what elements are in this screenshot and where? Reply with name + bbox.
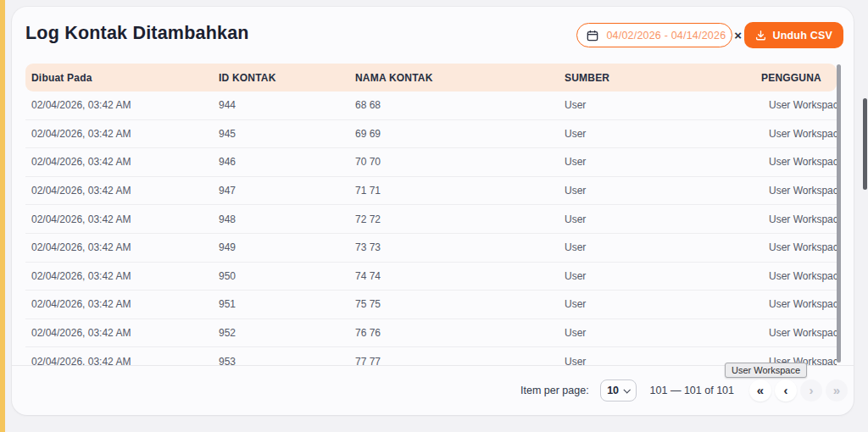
cell-created: 02/04/2026, 03:42 AM (25, 356, 213, 365)
cell-id: 949 (213, 241, 349, 253)
log-card: Log Kontak Ditambahkan 04/02/2026 - 04/1… (12, 7, 854, 415)
cell-user: User Workspace (755, 185, 837, 197)
col-header-id: ID KONTAK (213, 72, 349, 84)
first-page-button[interactable]: « (749, 379, 771, 402)
col-header-source: SUMBER (559, 72, 755, 84)
table-row: 02/04/2026, 03:42 AM 952 76 76 User User… (25, 319, 837, 348)
cell-id: 945 (213, 128, 349, 140)
table-row: 02/04/2026, 03:42 AM 950 74 74 User User… (25, 263, 837, 291)
download-csv-label: Unduh CSV (772, 30, 832, 42)
cell-source: User (559, 185, 755, 197)
page-title: Log Kontak Ditambahkan (25, 20, 249, 46)
cell-created: 02/04/2026, 03:42 AM (25, 185, 213, 197)
cell-user: User Workspace (755, 213, 837, 225)
pagination-range: 101 — 101 of 101 (650, 385, 734, 396)
calendar-icon (587, 30, 598, 42)
contacts-table: Dibuat Pada ID KONTAK NAMA KONTAK SUMBER… (25, 64, 837, 365)
cell-name: 72 72 (349, 213, 559, 225)
table-row: 02/04/2026, 03:42 AM 948 72 72 User User… (25, 205, 837, 234)
last-page-icon: » (833, 384, 840, 396)
page-scrollbar-thumb[interactable] (863, 98, 867, 190)
last-page-button[interactable]: » (826, 379, 848, 402)
cell-user: User Workspace (755, 128, 837, 140)
table-row: 02/04/2026, 03:42 AM 944 68 68 User User… (25, 91, 837, 120)
cell-created: 02/04/2026, 03:42 AM (25, 128, 213, 140)
table-body: 02/04/2026, 03:42 AM 944 68 68 User User… (25, 91, 837, 365)
cell-source: User (559, 327, 755, 339)
table-row: 02/04/2026, 03:42 AM 949 73 73 User User… (25, 234, 837, 263)
table-row: 02/04/2026, 03:42 AM 951 75 75 User User… (25, 291, 837, 319)
items-per-page-select[interactable]: 10 (600, 379, 637, 402)
col-header-user: PENGGUNA (755, 72, 837, 84)
items-per-page-label: Item per page: (520, 385, 589, 396)
cell-source: User (559, 213, 755, 225)
cell-name: 71 71 (349, 185, 559, 197)
cell-id: 951 (213, 298, 349, 310)
cell-created: 02/04/2026, 03:42 AM (25, 213, 213, 225)
col-header-created: Dibuat Pada (25, 72, 213, 84)
cell-created: 02/04/2026, 03:42 AM (25, 99, 213, 111)
table-row: 02/04/2026, 03:42 AM 947 71 71 User User… (25, 177, 837, 206)
table-scrollbar-thumb[interactable] (837, 64, 841, 363)
cell-name: 74 74 (349, 270, 559, 282)
cell-id: 948 (213, 213, 349, 225)
cell-source: User (559, 241, 755, 253)
download-csv-button[interactable]: Unduh CSV (744, 22, 843, 48)
cell-name: 73 73 (349, 241, 559, 253)
table-row: 02/04/2026, 03:42 AM 946 70 70 User User… (25, 148, 837, 177)
cell-source: User (559, 99, 755, 111)
cell-name: 75 75 (349, 298, 559, 310)
cell-user: User Workspace (755, 241, 837, 253)
left-accent-strip (0, 0, 5, 432)
cell-user: User Workspace (755, 270, 837, 282)
previous-page-icon: ‹ (784, 384, 788, 396)
toolbar: 04/02/2026 - 04/14/2026 × Unduh CSV (576, 22, 843, 48)
clear-date-icon[interactable]: × (733, 29, 743, 42)
cell-created: 02/04/2026, 03:42 AM (25, 327, 213, 339)
first-page-icon: « (757, 384, 764, 396)
cell-name: 69 69 (349, 128, 559, 140)
cell-name: 76 76 (349, 327, 559, 339)
previous-page-button[interactable]: ‹ (775, 379, 797, 402)
col-header-name: NAMA KONTAK (349, 72, 559, 84)
cell-created: 02/04/2026, 03:42 AM (25, 298, 213, 310)
cell-source: User (559, 128, 755, 140)
cell-source: User (559, 298, 755, 310)
hover-tooltip: User Workspace (725, 363, 807, 378)
table-header-row: Dibuat Pada ID KONTAK NAMA KONTAK SUMBER… (25, 64, 837, 91)
cell-created: 02/04/2026, 03:42 AM (25, 156, 213, 168)
cell-user: User Workspace (755, 327, 837, 339)
chevron-down-icon (624, 386, 631, 393)
cell-name: 77 77 (349, 356, 559, 365)
cell-id: 952 (213, 327, 349, 339)
cell-user: User Workspace (755, 99, 837, 111)
cell-id: 946 (213, 156, 349, 168)
cell-created: 02/04/2026, 03:42 AM (25, 270, 213, 282)
cell-created: 02/04/2026, 03:42 AM (25, 241, 213, 253)
table-row: 02/04/2026, 03:42 AM 945 69 69 User User… (25, 120, 837, 149)
next-page-icon: › (810, 384, 814, 396)
cell-name: 68 68 (349, 99, 559, 111)
items-per-page-value: 10 (607, 385, 619, 396)
cell-source: User (559, 270, 755, 282)
date-range-picker[interactable]: 04/02/2026 - 04/14/2026 × (576, 23, 732, 47)
cell-id: 950 (213, 270, 349, 282)
cell-id: 947 (213, 185, 349, 197)
next-page-button[interactable]: › (800, 379, 822, 402)
cell-source: User (559, 156, 755, 168)
cell-name: 70 70 (349, 156, 559, 168)
download-icon (755, 30, 766, 41)
table-row: 02/04/2026, 03:42 AM 953 77 77 User User… (25, 347, 837, 365)
cell-user: User Workspace (755, 298, 837, 310)
cell-user: User Workspace (755, 156, 837, 168)
cell-id: 944 (213, 99, 349, 111)
cell-id: 953 (213, 356, 349, 365)
date-range-value: 04/02/2026 - 04/14/2026 (606, 30, 726, 42)
